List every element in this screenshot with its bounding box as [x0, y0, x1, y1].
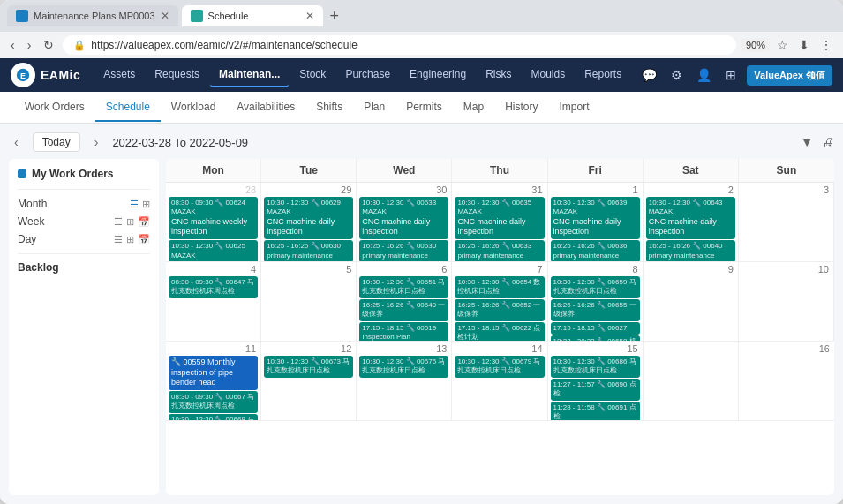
nav-requests[interactable]: Requests	[146, 63, 208, 87]
nav-reports[interactable]: Reports	[576, 63, 630, 87]
event[interactable]: 10:30 - 12:30 🔧 00659 马扎克数控机床日点检	[551, 276, 640, 298]
event[interactable]: 10:30 - 12:30 🔧 00654 数控机床日点检	[455, 276, 544, 298]
event[interactable]: 16:25 - 16:26 🔧 00633 primary maintenanc…	[455, 240, 544, 262]
more-button[interactable]: ⋮	[817, 36, 836, 54]
sub-navigation: Work Orders Schedule Workload Availabili…	[0, 92, 843, 124]
tab-import[interactable]: Import	[549, 94, 600, 122]
week-cal-icon[interactable]: 📅	[138, 216, 150, 228]
header-wed: Wed	[357, 159, 452, 182]
user-icon[interactable]: 👤	[693, 64, 715, 86]
event[interactable]: 10:30 - 12:30 🔧 00679 马扎克数控机床日点检	[455, 356, 544, 378]
tab-close-1[interactable]: ✕	[161, 10, 169, 22]
event[interactable]: 10:30 - 12:30 🔧 00686 马扎克数控机床日点检	[551, 356, 640, 378]
event[interactable]: 10:30 - 12:30 🔧 00651 马扎克数控机床日点检	[359, 276, 448, 298]
tab-availabilities[interactable]: Availabilities	[226, 94, 305, 122]
zoom-level: 90%	[741, 38, 770, 52]
month-list-icon[interactable]: ☰	[130, 199, 139, 210]
event[interactable]: 16:25 - 16:26 🔧 00630 primary maintenanc…	[264, 240, 353, 262]
event[interactable]: 17:15 - 18:15 🔧 00622 点检计划	[455, 322, 544, 342]
event[interactable]: 16:25 - 16:26 🔧 00655 一级保养	[551, 299, 640, 321]
event[interactable]: 08:30 - 09:30 🔧 00647 马扎克数控机床周点检	[169, 276, 258, 298]
event[interactable]: 17:15 - 18:15 🔧 00627	[551, 322, 640, 335]
day-number: 15	[551, 343, 640, 354]
header-thu: Thu	[452, 159, 547, 182]
day-label: Day	[18, 233, 36, 245]
event[interactable]: 10:30 - 12:30 🔧 00629 MAZAKCNC machine d…	[264, 197, 353, 239]
download-button[interactable]: ⬇	[795, 36, 813, 54]
nav-purchase[interactable]: Purchase	[336, 63, 399, 87]
back-button[interactable]: ‹	[7, 36, 19, 54]
tab-permits[interactable]: Permits	[395, 94, 453, 122]
new-tab-button[interactable]: +	[327, 7, 343, 26]
tab-schedule[interactable]: Schedule	[95, 94, 161, 122]
calendar-body: 28 08:30 - 09:30 🔧 00624 MAZAKCNC machin…	[166, 183, 834, 495]
day-list-icon[interactable]: ☰	[114, 234, 123, 245]
tab-shifts[interactable]: Shifts	[305, 94, 353, 122]
event[interactable]: 16:25 - 16:26 🔧 00636 primary maintenanc…	[551, 240, 640, 262]
app-container: E EAMic Assets Requests Maintenan... Sto…	[0, 58, 843, 504]
tab-history[interactable]: History	[494, 94, 548, 122]
today-button[interactable]: Today	[33, 132, 80, 152]
day-cell-12: 12 10:30 - 12:30 🔧 00673 马扎克数控机床日点检	[261, 342, 357, 421]
tab-plan[interactable]: Plan	[353, 94, 395, 122]
forward-button[interactable]: ›	[24, 36, 35, 54]
nav-assets[interactable]: Assets	[94, 63, 144, 87]
day-cell-1: 1 10:30 - 12:30 🔧 00639 MAZAKCNC machine…	[548, 183, 644, 262]
event[interactable]: 🔧 00559 Monthly inspection of pipe bende…	[169, 356, 258, 390]
day-number: 12	[264, 343, 353, 354]
browser-titlebar: Maintenance Plans MP0003 ✕ Schedule ✕ +	[0, 0, 843, 32]
week-grid-icon[interactable]: ⊞	[126, 216, 134, 228]
event[interactable]: 16:25 - 16:26 🔧 00640 primary maintenanc…	[646, 240, 735, 262]
grid-icon[interactable]: ⊞	[722, 64, 740, 86]
day-number: 4	[169, 264, 258, 275]
event[interactable]: 10:30 - 12:30 🔧 00643 MAZAKCNC machine d…	[646, 197, 735, 239]
nav-engineering[interactable]: Engineering	[401, 63, 475, 87]
nav-maintenance[interactable]: Maintenan...	[210, 63, 289, 87]
logo-icon: E	[11, 63, 35, 87]
nav-stock[interactable]: Stock	[290, 63, 335, 87]
tab-work-orders[interactable]: Work Orders	[14, 94, 95, 122]
chat-icon[interactable]: 💬	[638, 64, 660, 86]
nav-moulds[interactable]: Moulds	[522, 63, 574, 87]
event[interactable]: 10:30 - 12:30 🔧 00635 MAZAKCNC machine d…	[455, 197, 544, 239]
nav-risks[interactable]: Risks	[477, 63, 520, 87]
bookmark-button[interactable]: ☆	[773, 36, 792, 54]
week-list-icon[interactable]: ☰	[114, 216, 123, 228]
tab-close-2[interactable]: ✕	[305, 10, 314, 22]
month-label: Month	[18, 198, 47, 210]
month-grid-icon[interactable]: ⊞	[142, 199, 150, 210]
event[interactable]: 17:15 - 18:15 🔧 00619 Inspection Plan	[359, 322, 448, 342]
event[interactable]: 10:30 - 12:30 🔧 00625 MAZAKCNC machine d…	[169, 240, 258, 262]
day-cal-icon[interactable]: 📅	[138, 234, 150, 245]
event[interactable]: 16:25 - 16:26 🔧 00652 一级保养	[455, 299, 544, 321]
tab-workload[interactable]: Workload	[161, 94, 226, 122]
sidebar-divider-2	[18, 253, 150, 254]
next-button[interactable]: ›	[89, 133, 104, 151]
event[interactable]: 10:30 - 12:30 🔧 00668 马扎克数控机床日点检	[169, 414, 258, 421]
address-bar[interactable]: 🔒 https://valueapex.com/eamic/v2/#/maint…	[63, 35, 736, 55]
svg-text:E: E	[20, 71, 26, 80]
tab-map[interactable]: Map	[453, 94, 494, 122]
day-grid-icon[interactable]: ⊞	[126, 234, 134, 245]
event[interactable]: 11:27 - 11:57 🔧 00690 点检	[551, 379, 640, 401]
prev-button[interactable]: ‹	[9, 133, 24, 151]
month-icons: ☰ ⊞	[130, 199, 150, 210]
day-cell-4: 4 08:30 - 09:30 🔧 00647 马扎克数控机床周点检	[166, 262, 261, 342]
event[interactable]: 08:30 - 09:30 🔧 00667 马扎克数控机床周点检	[169, 391, 258, 413]
event[interactable]: 10:30 - 12:30 🔧 00639 MAZAKCNC machine d…	[551, 197, 640, 239]
reload-button[interactable]: ↻	[40, 36, 57, 54]
day-number: 3	[741, 184, 831, 195]
event[interactable]: 18:32 - 20:32 🔧 00658 机器保养	[551, 335, 640, 342]
browser-tab-2[interactable]: Schedule ✕	[182, 5, 323, 26]
event[interactable]: 10:30 - 12:30 🔧 00676 马扎克数控机床日点检	[359, 356, 448, 378]
event[interactable]: 08:30 - 09:30 🔧 00624 MAZAKCNC machine w…	[169, 197, 258, 239]
filter-icon[interactable]: ▼	[801, 135, 813, 149]
event[interactable]: 16:25 - 16:26 🔧 00649 一级保养	[359, 299, 448, 321]
event[interactable]: 10:30 - 12:30 🔧 00633 MAZAKCNC machine d…	[359, 197, 448, 239]
event[interactable]: 16:25 - 16:26 🔧 00630 primary maintenanc…	[359, 240, 448, 262]
event[interactable]: 10:30 - 12:30 🔧 00673 马扎克数控机床日点检	[264, 356, 353, 378]
event[interactable]: 11:28 - 11:58 🔧 00691 点检	[551, 402, 640, 421]
browser-tab-1[interactable]: Maintenance Plans MP0003 ✕	[7, 5, 178, 26]
settings-icon[interactable]: ⚙	[667, 64, 686, 86]
print-icon[interactable]: 🖨	[822, 135, 834, 149]
